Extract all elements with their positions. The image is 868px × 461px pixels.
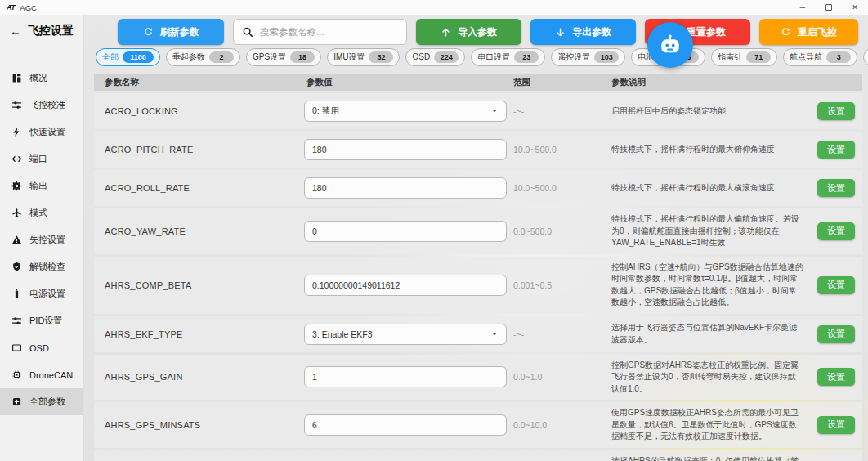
filter-chip[interactable]: IMU设置 32 <box>327 48 400 66</box>
reboot-fc-button[interactable]: 重启飞控 <box>759 19 858 45</box>
sidebar-item-all-params[interactable]: 全部参数 <box>0 388 83 415</box>
sidebar-header: ← 飞控设置 <box>0 15 83 38</box>
sidebar-nav: 概况 飞控校准 快速设置 端口 <box>0 65 83 415</box>
filter-chip-count: 71 <box>746 51 771 63</box>
filter-chip[interactable]: 返航设置 4 <box>863 48 868 66</box>
set-param-button[interactable]: 设置 <box>817 179 855 197</box>
param-range: 0.001~0.5 <box>509 280 603 290</box>
param-name: ACRO_PITCH_RATE <box>94 145 302 154</box>
set-param-button[interactable]: 设置 <box>817 222 855 240</box>
import-params-button[interactable]: 导入参数 <box>416 19 521 45</box>
sidebar-item-label: 全部参数 <box>29 396 65 408</box>
param-value-control[interactable]: 180 <box>304 177 507 199</box>
search-box[interactable] <box>233 19 407 45</box>
param-description: 启用摇杆回中后的姿态锁定功能 <box>603 105 810 118</box>
maximize-icon <box>825 4 832 11</box>
sidebar-item-label: 电源设置 <box>29 288 65 300</box>
param-value-control[interactable]: 0: 禁用 <box>304 101 507 122</box>
sidebar-item-power[interactable]: 电源设置 <box>0 280 83 307</box>
set-param-button[interactable]: 设置 <box>817 276 855 294</box>
param-description: 特技模式下，摇杆满行程时的最大俯仰角速度 <box>603 144 810 156</box>
sidebar-item-icon <box>11 127 22 137</box>
filter-chip[interactable]: 垂起参数 2 <box>166 48 240 66</box>
param-value-text: 180 <box>312 183 327 193</box>
set-param-button[interactable]: 设置 <box>817 416 855 434</box>
filter-chip[interactable]: 指南针 71 <box>711 48 777 66</box>
set-param-button[interactable]: 设置 <box>817 368 855 386</box>
param-value-control[interactable]: 6 <box>304 414 507 436</box>
header-description: 参数说明 <box>603 77 810 88</box>
filter-chip[interactable]: OSD 224 <box>405 48 465 66</box>
filter-chip[interactable]: 遥控设置 103 <box>551 48 625 66</box>
sidebar-item-icon <box>11 342 22 353</box>
sidebar-item-icon <box>11 316 22 326</box>
sidebar-item-pid[interactable]: PID设置 <box>0 307 83 334</box>
sidebar-item-overview[interactable]: 概况 <box>0 65 83 92</box>
filter-chip-count: 1100 <box>123 51 154 63</box>
set-param-button[interactable]: 设置 <box>817 141 855 159</box>
sidebar-item-ports[interactable]: 端口 <box>0 145 83 172</box>
filter-chip-count: 2 <box>209 51 234 63</box>
filter-chip-count: 224 <box>434 51 459 63</box>
filter-chip-label: IMU设置 <box>333 51 365 63</box>
set-param-button[interactable]: 设置 <box>817 325 855 343</box>
param-range: 10.0~500.0 <box>509 183 603 193</box>
sidebar-item-label: 端口 <box>29 153 47 165</box>
arrow-down-icon <box>555 27 566 38</box>
param-range: 0.0~1.0 <box>509 372 603 382</box>
sidebar-item-dronecan[interactable]: DroneCAN <box>0 361 83 388</box>
filter-chip[interactable]: 串口设置 23 <box>471 48 545 66</box>
sidebar-item-label: OSD <box>29 343 49 353</box>
app-window: AT AGC ─ ✕ ← 飞控设置 概况 <box>0 0 868 461</box>
sidebar-item-calibration[interactable]: 飞控校准 <box>0 92 83 119</box>
search-input[interactable] <box>260 27 398 37</box>
sidebar-item-failsafe[interactable]: 失控设置 <box>0 226 83 253</box>
param-range: -~- <box>509 329 603 339</box>
sidebar-item-arm-checks[interactable]: 解锁检查 <box>0 253 83 280</box>
param-value-control[interactable]: 180 <box>304 139 507 160</box>
sidebar-item-label: 失控设置 <box>29 234 65 246</box>
param-value-text: 6 <box>312 420 317 430</box>
set-param-button[interactable]: 设置 <box>817 102 855 120</box>
filter-chip-count: 23 <box>514 51 539 63</box>
sidebar-item-label: 快速设置 <box>29 126 65 138</box>
param-value-text: 180 <box>312 145 327 154</box>
sidebar-item-label: 解锁检查 <box>29 261 65 273</box>
filter-chip[interactable]: GPS设置 18 <box>246 48 321 66</box>
filter-chip[interactable]: 全部 1100 <box>96 48 160 66</box>
header-range: 范围 <box>509 77 603 88</box>
filter-chip-label: 全部 <box>102 51 119 63</box>
minimize-button[interactable]: ─ <box>790 0 816 15</box>
close-button[interactable]: ✕ <box>842 0 868 15</box>
param-name: AHRS_COMP_BETA <box>94 280 302 290</box>
back-button[interactable]: ← <box>10 25 21 38</box>
param-value-control[interactable]: 1 <box>304 366 507 387</box>
param-value-control[interactable]: 3: Enable EKF3 <box>304 324 507 345</box>
assistant-robot-button[interactable] <box>647 22 693 68</box>
sidebar-item-icon <box>11 262 22 272</box>
refresh-params-button[interactable]: 刷新参数 <box>118 19 224 45</box>
filter-chip-label: OSD <box>412 52 430 61</box>
refresh-icon <box>143 27 154 38</box>
maximize-button[interactable] <box>816 0 842 15</box>
sidebar-item-modes[interactable]: 模式 <box>0 199 83 226</box>
table-body: ACRO_LOCKING 0: 禁用 -~- 启用摇杆回中后的姿态锁定功能 设置 <box>94 93 862 461</box>
param-range: 0.0~10.0 <box>509 420 603 430</box>
robot-icon <box>657 32 683 58</box>
sidebar-item-icon <box>11 100 22 110</box>
filter-chip[interactable]: 航点导航 3 <box>783 48 857 66</box>
header-param-value: 参数值 <box>302 77 509 88</box>
filter-chip-count: 32 <box>369 51 393 63</box>
sidebar-item-quick-setup[interactable]: 快速设置 <box>0 119 83 145</box>
param-value-control[interactable]: 0 <box>304 221 507 242</box>
param-value-control[interactable]: 0.10000000149011612 <box>304 275 507 296</box>
sidebar-item-label: 概况 <box>29 72 47 84</box>
param-description: 特技模式下，摇杆满行程时的最大横滚角速度 <box>603 182 810 195</box>
sidebar-item-osd[interactable]: OSD <box>0 334 83 361</box>
filter-chip-label: 航点导航 <box>790 51 822 63</box>
app-title: AGC <box>20 3 37 12</box>
param-value-text: 3: Enable EKF3 <box>312 329 373 339</box>
sidebar-item-output[interactable]: 输出 <box>0 172 83 199</box>
export-params-button[interactable]: 导出参数 <box>530 19 636 45</box>
param-row: AHRS_GPS_MINSATS 6 0.0~10.0 使用GPS速度数据校正A… <box>94 402 862 448</box>
